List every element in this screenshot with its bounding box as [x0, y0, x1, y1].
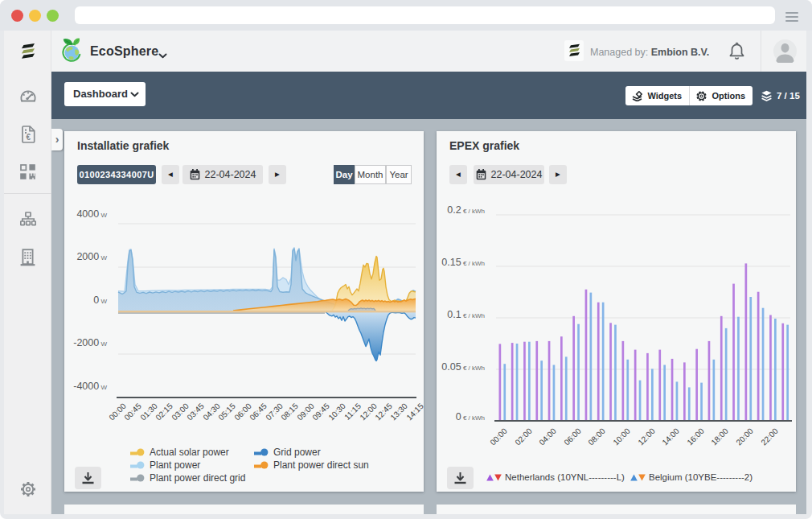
svg-text:€: €: [26, 133, 31, 142]
